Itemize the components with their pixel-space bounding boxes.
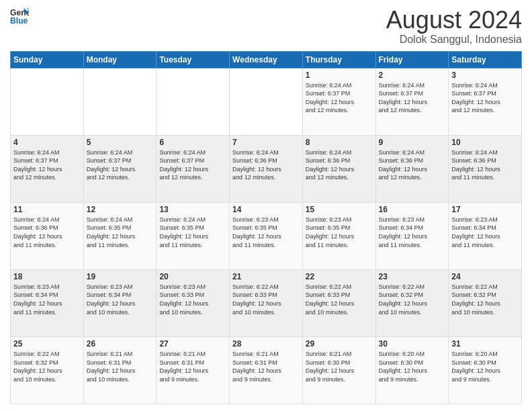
- calendar-cell: 14Sunrise: 6:23 AM Sunset: 6:35 PM Dayli…: [230, 202, 303, 269]
- calendar-cell: 11Sunrise: 6:24 AM Sunset: 6:36 PM Dayli…: [11, 202, 84, 269]
- calendar-cell: [230, 68, 303, 135]
- day-info: Sunrise: 6:23 AM Sunset: 6:34 PM Dayligh…: [379, 216, 446, 249]
- day-info: Sunrise: 6:23 AM Sunset: 6:35 PM Dayligh…: [306, 216, 373, 249]
- day-info: Sunrise: 6:24 AM Sunset: 6:37 PM Dayligh…: [379, 81, 446, 115]
- calendar-cell: 9Sunrise: 6:24 AM Sunset: 6:36 PM Daylig…: [375, 135, 449, 202]
- day-info: Sunrise: 6:23 AM Sunset: 6:35 PM Dayligh…: [232, 216, 300, 249]
- weekday-header-cell: Thursday: [302, 51, 375, 68]
- weekday-header-row: SundayMondayTuesdayWednesdayThursdayFrid…: [11, 51, 522, 68]
- calendar-cell: 12Sunrise: 6:24 AM Sunset: 6:35 PM Dayli…: [83, 202, 157, 269]
- weekday-header-cell: Wednesday: [230, 51, 303, 68]
- day-info: Sunrise: 6:22 AM Sunset: 6:32 PM Dayligh…: [13, 350, 81, 383]
- day-number: 19: [87, 272, 154, 281]
- day-info: Sunrise: 6:24 AM Sunset: 6:36 PM Dayligh…: [451, 148, 519, 182]
- day-number: 13: [159, 205, 226, 214]
- day-number: 25: [13, 339, 81, 349]
- logo: General Blue: [10, 7, 29, 26]
- calendar-cell: 6Sunrise: 6:24 AM Sunset: 6:37 PM Daylig…: [157, 135, 230, 202]
- calendar-week-row: 4Sunrise: 6:24 AM Sunset: 6:37 PM Daylig…: [11, 135, 522, 202]
- calendar-cell: 10Sunrise: 6:24 AM Sunset: 6:36 PM Dayli…: [449, 135, 522, 202]
- calendar-cell: 23Sunrise: 6:22 AM Sunset: 6:32 PM Dayli…: [375, 269, 449, 336]
- day-number: 10: [451, 138, 519, 147]
- calendar-cell: 16Sunrise: 6:23 AM Sunset: 6:34 PM Dayli…: [375, 202, 449, 269]
- day-info: Sunrise: 6:24 AM Sunset: 6:36 PM Dayligh…: [232, 148, 300, 182]
- day-info: Sunrise: 6:21 AM Sunset: 6:31 PM Dayligh…: [232, 350, 300, 383]
- day-info: Sunrise: 6:22 AM Sunset: 6:32 PM Dayligh…: [451, 283, 519, 316]
- day-info: Sunrise: 6:22 AM Sunset: 6:32 PM Dayligh…: [379, 283, 446, 316]
- page: General Blue August 2024 Dolok Sanggul, …: [0, 0, 532, 411]
- calendar-cell: 26Sunrise: 6:21 AM Sunset: 6:31 PM Dayli…: [83, 336, 157, 404]
- calendar-cell: [157, 68, 230, 135]
- calendar-week-row: 1Sunrise: 6:24 AM Sunset: 6:37 PM Daylig…: [11, 68, 522, 135]
- calendar-cell: 22Sunrise: 6:22 AM Sunset: 6:33 PM Dayli…: [302, 269, 375, 336]
- day-info: Sunrise: 6:23 AM Sunset: 6:33 PM Dayligh…: [159, 283, 226, 316]
- calendar-cell: 24Sunrise: 6:22 AM Sunset: 6:32 PM Dayli…: [449, 269, 522, 336]
- calendar-cell: 13Sunrise: 6:24 AM Sunset: 6:35 PM Dayli…: [157, 202, 230, 269]
- calendar-cell: 20Sunrise: 6:23 AM Sunset: 6:33 PM Dayli…: [157, 269, 230, 336]
- day-number: 28: [232, 339, 300, 349]
- calendar-cell: 15Sunrise: 6:23 AM Sunset: 6:35 PM Dayli…: [302, 202, 375, 269]
- day-number: 3: [451, 71, 519, 80]
- calendar-cell: 29Sunrise: 6:21 AM Sunset: 6:30 PM Dayli…: [302, 336, 375, 404]
- day-number: 5: [87, 138, 154, 147]
- calendar-cell: 2Sunrise: 6:24 AM Sunset: 6:37 PM Daylig…: [375, 68, 449, 135]
- day-info: Sunrise: 6:24 AM Sunset: 6:36 PM Dayligh…: [379, 148, 446, 182]
- calendar-cell: 18Sunrise: 6:23 AM Sunset: 6:34 PM Dayli…: [11, 269, 84, 336]
- calendar-body: 1Sunrise: 6:24 AM Sunset: 6:37 PM Daylig…: [11, 68, 522, 404]
- day-number: 14: [232, 205, 300, 214]
- day-number: 4: [13, 138, 81, 147]
- day-number: 30: [379, 339, 446, 349]
- calendar-cell: 21Sunrise: 6:22 AM Sunset: 6:33 PM Dayli…: [230, 269, 303, 336]
- day-number: 8: [306, 138, 373, 147]
- day-info: Sunrise: 6:24 AM Sunset: 6:35 PM Dayligh…: [87, 216, 154, 249]
- weekday-header-cell: Saturday: [449, 51, 522, 68]
- day-number: 2: [379, 71, 446, 80]
- weekday-header-cell: Tuesday: [157, 51, 230, 68]
- day-number: 17: [451, 205, 519, 214]
- day-number: 22: [306, 272, 373, 281]
- calendar-cell: 8Sunrise: 6:24 AM Sunset: 6:36 PM Daylig…: [302, 135, 375, 202]
- calendar-cell: [83, 68, 157, 135]
- day-number: 7: [232, 138, 300, 147]
- main-title: August 2024: [386, 7, 522, 34]
- calendar-week-row: 25Sunrise: 6:22 AM Sunset: 6:32 PM Dayli…: [11, 336, 522, 404]
- day-info: Sunrise: 6:21 AM Sunset: 6:30 PM Dayligh…: [306, 350, 373, 383]
- calendar-cell: 19Sunrise: 6:23 AM Sunset: 6:34 PM Dayli…: [83, 269, 157, 336]
- day-number: 18: [13, 272, 81, 281]
- day-info: Sunrise: 6:22 AM Sunset: 6:33 PM Dayligh…: [232, 283, 300, 316]
- calendar-cell: [11, 68, 84, 135]
- calendar-cell: 17Sunrise: 6:23 AM Sunset: 6:34 PM Dayli…: [449, 202, 522, 269]
- subtitle: Dolok Sanggul, Indonesia: [386, 34, 522, 46]
- title-block: August 2024 Dolok Sanggul, Indonesia: [386, 7, 522, 46]
- day-info: Sunrise: 6:24 AM Sunset: 6:37 PM Dayligh…: [451, 81, 519, 115]
- day-number: 1: [306, 71, 373, 80]
- calendar-cell: 28Sunrise: 6:21 AM Sunset: 6:31 PM Dayli…: [230, 336, 303, 404]
- calendar-cell: 31Sunrise: 6:20 AM Sunset: 6:30 PM Dayli…: [449, 336, 522, 404]
- day-info: Sunrise: 6:24 AM Sunset: 6:36 PM Dayligh…: [306, 148, 373, 182]
- day-number: 27: [159, 339, 226, 349]
- calendar-cell: 1Sunrise: 6:24 AM Sunset: 6:37 PM Daylig…: [302, 68, 375, 135]
- day-info: Sunrise: 6:22 AM Sunset: 6:33 PM Dayligh…: [306, 283, 373, 316]
- day-info: Sunrise: 6:23 AM Sunset: 6:34 PM Dayligh…: [87, 283, 154, 316]
- day-info: Sunrise: 6:24 AM Sunset: 6:37 PM Dayligh…: [306, 81, 373, 115]
- day-number: 15: [306, 205, 373, 214]
- calendar-cell: 25Sunrise: 6:22 AM Sunset: 6:32 PM Dayli…: [11, 336, 84, 404]
- day-info: Sunrise: 6:21 AM Sunset: 6:31 PM Dayligh…: [159, 350, 226, 383]
- day-number: 16: [379, 205, 446, 214]
- calendar-cell: 7Sunrise: 6:24 AM Sunset: 6:36 PM Daylig…: [230, 135, 303, 202]
- day-info: Sunrise: 6:24 AM Sunset: 6:35 PM Dayligh…: [159, 216, 226, 249]
- day-info: Sunrise: 6:23 AM Sunset: 6:34 PM Dayligh…: [13, 283, 81, 316]
- header: General Blue August 2024 Dolok Sanggul, …: [10, 7, 522, 46]
- day-info: Sunrise: 6:21 AM Sunset: 6:31 PM Dayligh…: [87, 350, 154, 383]
- day-info: Sunrise: 6:23 AM Sunset: 6:34 PM Dayligh…: [451, 216, 519, 249]
- day-number: 20: [159, 272, 226, 281]
- weekday-header-cell: Sunday: [11, 51, 84, 68]
- day-info: Sunrise: 6:20 AM Sunset: 6:30 PM Dayligh…: [451, 350, 519, 383]
- day-number: 21: [232, 272, 300, 281]
- day-info: Sunrise: 6:20 AM Sunset: 6:30 PM Dayligh…: [379, 350, 446, 383]
- weekday-header-cell: Monday: [83, 51, 157, 68]
- day-number: 9: [379, 138, 446, 147]
- calendar-cell: 4Sunrise: 6:24 AM Sunset: 6:37 PM Daylig…: [11, 135, 84, 202]
- calendar: SundayMondayTuesdayWednesdayThursdayFrid…: [10, 51, 522, 404]
- calendar-cell: 5Sunrise: 6:24 AM Sunset: 6:37 PM Daylig…: [83, 135, 157, 202]
